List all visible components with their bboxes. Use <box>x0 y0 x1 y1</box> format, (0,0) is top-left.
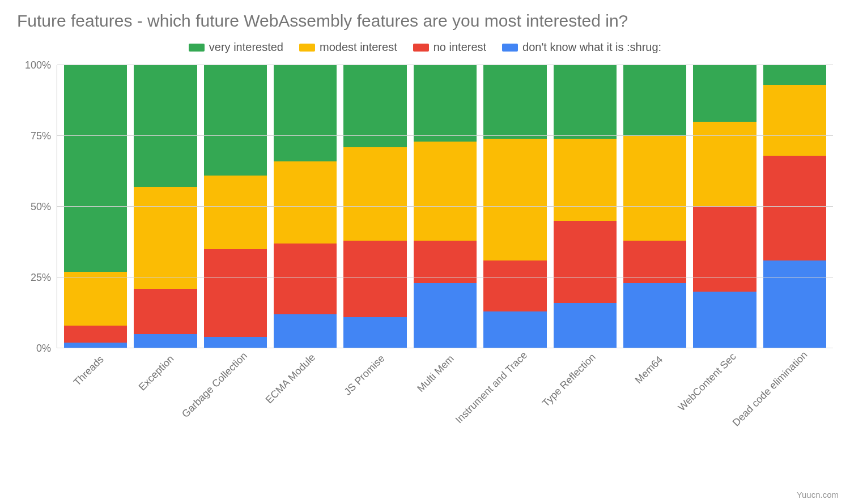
chart-area: 0%25%50%75%100% <box>17 65 833 348</box>
bar <box>623 65 686 348</box>
grid-line <box>57 65 833 65</box>
bar <box>134 65 197 348</box>
bar-segment <box>623 283 686 348</box>
y-tick-label: 100% <box>25 59 51 71</box>
x-tick-label: Type Reflection <box>540 351 598 409</box>
x-axis: ThreadsExceptionGarbage CollectionECMA M… <box>57 348 833 450</box>
legend-swatch <box>502 44 518 52</box>
x-tick: Exception <box>133 348 196 450</box>
x-tick: Garbage Collection <box>203 348 266 450</box>
bar-segment <box>483 311 546 348</box>
bar-segment <box>414 65 477 142</box>
bar-segment <box>693 122 756 207</box>
bar-segment <box>763 156 826 260</box>
x-tick-label: Mem64 <box>633 354 665 386</box>
bar-segment <box>554 303 617 348</box>
x-tick-label: Threads <box>71 353 107 388</box>
y-tick-label: 50% <box>31 201 51 213</box>
bar-segment <box>693 292 756 348</box>
legend-swatch <box>299 44 315 52</box>
bar-segment <box>483 260 546 311</box>
x-tick: Threads <box>63 348 126 450</box>
legend: very interestedmodest interestno interes… <box>17 41 833 54</box>
bar-segment <box>554 65 617 139</box>
x-tick: WebContent Sec <box>693 348 756 450</box>
x-tick: Multi Mem <box>413 348 476 450</box>
bar-segment <box>134 187 197 289</box>
legend-label: modest interest <box>320 41 397 54</box>
bar-segment <box>763 65 826 85</box>
legend-label: don't know what it is :shrug: <box>522 41 661 54</box>
bar-segment <box>483 65 546 139</box>
bar-segment <box>623 136 686 241</box>
bar-segment <box>763 260 826 348</box>
grid-line <box>57 206 833 207</box>
bar-segment <box>204 337 267 348</box>
bar-segment <box>204 176 267 249</box>
bar-segment <box>414 283 477 348</box>
bar-segment <box>554 139 617 221</box>
y-tick-label: 0% <box>36 343 51 354</box>
bar-segment <box>414 142 477 241</box>
x-tick: Type Reflection <box>553 348 616 450</box>
x-tick: Mem64 <box>623 348 686 450</box>
y-axis: 0%25%50%75%100% <box>17 65 57 348</box>
legend-label: no interest <box>434 41 486 54</box>
bar <box>483 65 546 348</box>
bar <box>204 65 267 348</box>
bar-segment <box>64 326 127 343</box>
bar-segment <box>134 65 197 187</box>
x-tick-label: Exception <box>137 353 177 393</box>
bar-segment <box>343 317 406 348</box>
bar-segment <box>554 221 617 303</box>
bar-segment <box>274 314 337 348</box>
bar-segment <box>274 65 337 161</box>
legend-label: very interested <box>209 41 283 54</box>
bar-segment <box>274 161 337 244</box>
x-tick-label: JS Promise <box>342 352 387 398</box>
legend-item: don't know what it is :shrug: <box>502 41 661 54</box>
bar-segment <box>64 65 127 272</box>
bar-segment <box>134 334 197 348</box>
legend-swatch <box>413 44 429 52</box>
bar-segment <box>204 65 267 176</box>
bar-segment <box>693 65 756 122</box>
x-tick: JS Promise <box>343 348 406 450</box>
grid-line <box>57 277 833 277</box>
legend-item: very interested <box>189 41 283 54</box>
bar-segment <box>483 139 546 260</box>
y-tick-label: 75% <box>31 130 51 142</box>
chart-title: Future features - which future WebAssemb… <box>17 11 833 31</box>
bar <box>64 65 127 348</box>
bar-segment <box>343 147 406 241</box>
bar-segment <box>204 249 267 337</box>
x-tick: Dead code elimination <box>763 348 826 450</box>
bar-segment <box>343 241 406 317</box>
x-tick: ECMA Module <box>273 348 336 450</box>
bar-segment <box>274 244 337 314</box>
plot-area <box>57 65 833 348</box>
bar-segment <box>64 272 127 326</box>
grid-line <box>57 135 833 136</box>
x-tick-label: Multi Mem <box>415 353 457 395</box>
bar-segment <box>134 289 197 334</box>
bar <box>554 65 617 348</box>
bar-segment <box>693 207 756 292</box>
bar <box>763 65 826 348</box>
x-tick: Instrument and Trace <box>483 348 546 450</box>
bar <box>414 65 477 348</box>
bar <box>693 65 756 348</box>
x-tick-label: ECMA Module <box>264 352 318 406</box>
bar-segment <box>623 65 686 136</box>
legend-item: modest interest <box>299 41 397 54</box>
legend-item: no interest <box>413 41 486 54</box>
legend-swatch <box>189 44 205 52</box>
watermark: Yuucn.com <box>797 490 839 499</box>
bar <box>274 65 337 348</box>
y-tick-label: 25% <box>31 272 51 284</box>
bar <box>343 65 406 348</box>
bar-segment <box>763 85 826 156</box>
